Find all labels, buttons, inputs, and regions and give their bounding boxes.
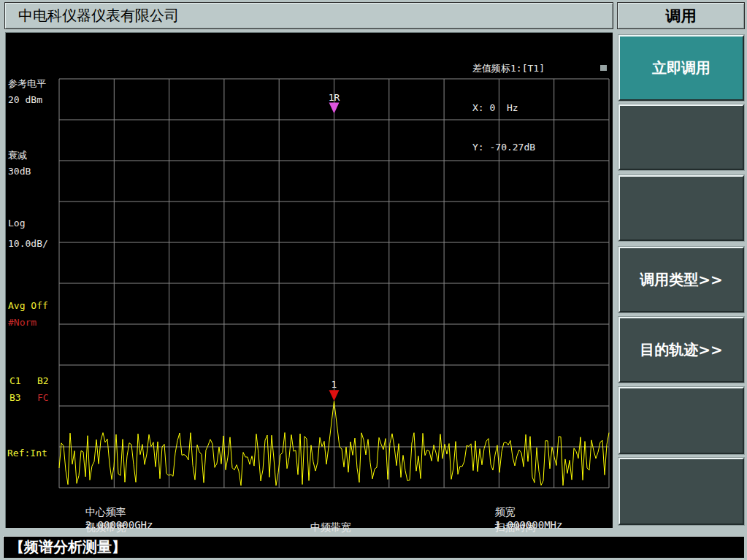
- softkey-blank-6[interactable]: [618, 387, 744, 454]
- softkey-recall-now[interactable]: 立即调用: [618, 35, 744, 101]
- softkey-label: 调用类型>>: [640, 270, 723, 290]
- status-fc: FC: [37, 392, 49, 403]
- menu-header-label: 调用: [666, 6, 697, 26]
- softkey-recall-type[interactable]: 调用类型>>: [618, 247, 744, 312]
- delta-marker-y: Y: -70.27dB: [472, 141, 545, 154]
- scale-type-label: Log: [8, 218, 25, 229]
- scale-value: 10.0dB/: [8, 238, 48, 249]
- delta-marker-title: 差值频标1:[T1]: [472, 62, 545, 75]
- svg-text:1: 1: [332, 379, 337, 390]
- status-c1: C1: [9, 375, 21, 386]
- softkey-dest-trace[interactable]: 目的轨迹>>: [618, 317, 744, 383]
- delta-marker-readout: 差值频标1:[T1] X: 0 Hz Y: -70.27dB: [472, 36, 545, 180]
- ref-level-value: 20 dBm: [8, 94, 42, 105]
- attenuation-label: 衰减: [8, 150, 27, 161]
- ref-source-status: Ref:Int: [7, 448, 47, 459]
- active-marker: 1: [329, 379, 340, 401]
- status-b3: B3: [9, 392, 21, 403]
- softkey-blank-7[interactable]: [618, 458, 744, 525]
- menu-header: 调用: [617, 2, 745, 29]
- reference-marker: 1R: [329, 92, 340, 114]
- softkey-blank-2[interactable]: [618, 104, 744, 170]
- vbw-label: 视频带宽: [85, 521, 126, 533]
- softkey-label: 目的轨迹>>: [640, 340, 723, 360]
- display-corner-artifact: [600, 65, 607, 71]
- average-status: Avg Off: [8, 300, 48, 311]
- title-bar: 中电科仪器仪表有限公司: [4, 2, 613, 29]
- svg-text:1R: 1R: [329, 92, 340, 103]
- status-bar-text: 【频谱分析测量】: [9, 537, 126, 557]
- norm-status: #Norm: [8, 317, 37, 328]
- rbw-label: 中频带宽: [310, 521, 351, 533]
- spectrum-display: 1R1 差值频标1:[T1] X: 0 Hz Y: -70.27dB 参考电平 …: [5, 32, 613, 528]
- sweep-time-label: 扫描时间: [495, 521, 536, 533]
- status-bar: 【频谱分析测量】: [3, 536, 744, 558]
- ref-level-label: 参考电平: [8, 78, 46, 89]
- softkey-blank-3[interactable]: [618, 175, 744, 241]
- softkey-label: 立即调用: [652, 58, 710, 78]
- window-title: 中电科仪器仪表有限公司: [18, 6, 179, 26]
- status-b2: B2: [37, 375, 49, 386]
- delta-marker-x: X: 0 Hz: [472, 101, 545, 115]
- attenuation-value: 30dB: [8, 166, 31, 177]
- spectrum-analyzer-app: { "title_bar": { "title": "中电科仪器仪表有限公司" …: [0, 0, 747, 560]
